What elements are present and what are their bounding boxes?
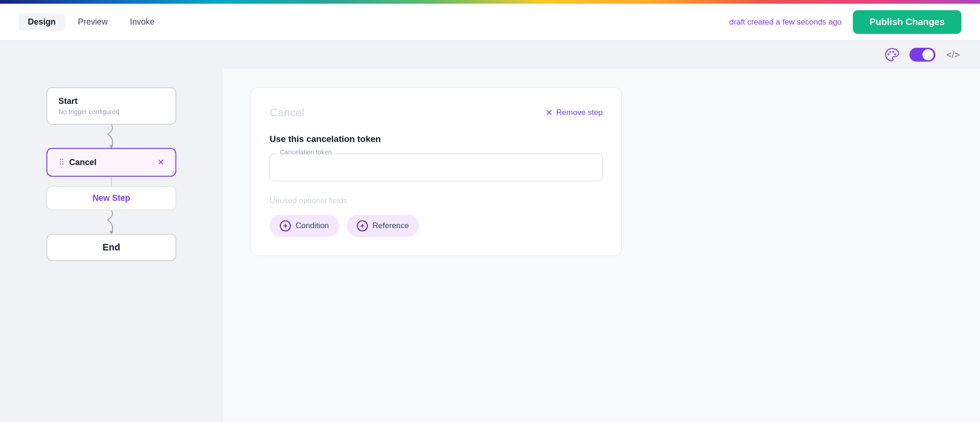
connector-3	[106, 211, 117, 234]
flow-panel: Start No trigger configured ⠿ Cancel ✕	[0, 69, 223, 422]
main-content: Start No trigger configured ⠿ Cancel ✕	[0, 69, 980, 422]
header-tabs: Design Preview Invoke	[19, 13, 164, 31]
detail-panel: Cancel ✕ Remove step Use this cancelatio…	[223, 69, 980, 422]
toolbar: </>	[883, 41, 961, 69]
end-node[interactable]: End	[46, 234, 176, 261]
condition-label: Condition	[296, 221, 329, 230]
reference-plus-icon: +	[357, 220, 368, 231]
svg-point-0	[888, 53, 890, 55]
tab-design[interactable]: Design	[19, 13, 65, 31]
svg-point-1	[890, 51, 891, 53]
svg-point-2	[892, 51, 894, 53]
detail-title: Cancel	[270, 106, 304, 119]
detail-header: Cancel ✕ Remove step	[270, 106, 603, 119]
cancelation-token-input[interactable]	[270, 153, 603, 181]
remove-step-x-icon: ✕	[546, 108, 553, 118]
connector-1	[106, 125, 117, 148]
start-node-title: Start	[58, 96, 164, 106]
tab-invoke[interactable]: Invoke	[121, 13, 164, 31]
cancelation-token-label: Cancelation token	[277, 148, 335, 156]
header-right: draft created a few seconds ago Publish …	[729, 10, 961, 34]
cancel-node-left: ⠿ Cancel	[58, 157, 97, 167]
draft-status: draft created a few seconds ago	[729, 18, 842, 27]
svg-point-3	[894, 53, 896, 55]
header: Design Preview Invoke draft created a fe…	[0, 4, 980, 41]
rainbow-bar	[0, 0, 980, 4]
condition-pill[interactable]: + Condition	[270, 215, 339, 237]
start-node-subtitle: No trigger configured	[58, 108, 164, 115]
detail-card: Cancel ✕ Remove step Use this cancelatio…	[251, 87, 622, 256]
remove-step-label: Remove step	[556, 108, 603, 117]
section-title: Use this cancelation token	[270, 134, 603, 144]
reference-pill[interactable]: + Reference	[347, 215, 419, 237]
cancel-node[interactable]: ⠿ Cancel ✕	[46, 148, 176, 177]
svg-marker-5	[110, 231, 113, 234]
publish-button[interactable]: Publish Changes	[853, 10, 961, 34]
drag-handle[interactable]: ⠿	[58, 157, 64, 167]
optional-pills: + Condition + Reference	[270, 215, 603, 237]
unused-optional-label: Unused optional fields	[270, 196, 603, 205]
condition-plus-icon: +	[280, 220, 291, 231]
connector-2	[111, 177, 112, 186]
new-step-button[interactable]: New Step	[46, 186, 176, 211]
tab-preview[interactable]: Preview	[69, 13, 117, 31]
svg-marker-4	[110, 145, 113, 148]
toggle-switch[interactable]	[909, 48, 935, 62]
cancelation-token-field: Cancelation token	[270, 153, 603, 181]
palette-icon[interactable]	[883, 46, 900, 63]
cancel-node-close[interactable]: ✕	[157, 157, 164, 167]
cancel-node-title: Cancel	[69, 158, 97, 167]
remove-step-button[interactable]: ✕ Remove step	[546, 108, 603, 118]
cancel-node-header: ⠿ Cancel ✕	[58, 157, 164, 167]
start-node[interactable]: Start No trigger configured	[46, 87, 176, 125]
reference-label: Reference	[373, 221, 409, 230]
code-icon[interactable]: </>	[945, 46, 961, 63]
